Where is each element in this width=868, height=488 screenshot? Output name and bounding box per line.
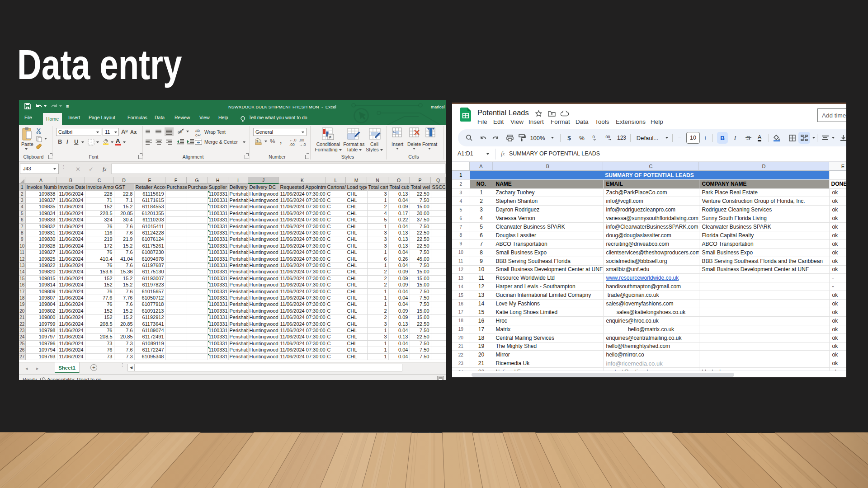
svg-text:≠: ≠ xyxy=(329,135,332,140)
svg-text:.0: .0 xyxy=(591,135,595,139)
svg-text:.00: .00 xyxy=(604,135,610,139)
svg-text:ab: ab xyxy=(178,130,182,134)
